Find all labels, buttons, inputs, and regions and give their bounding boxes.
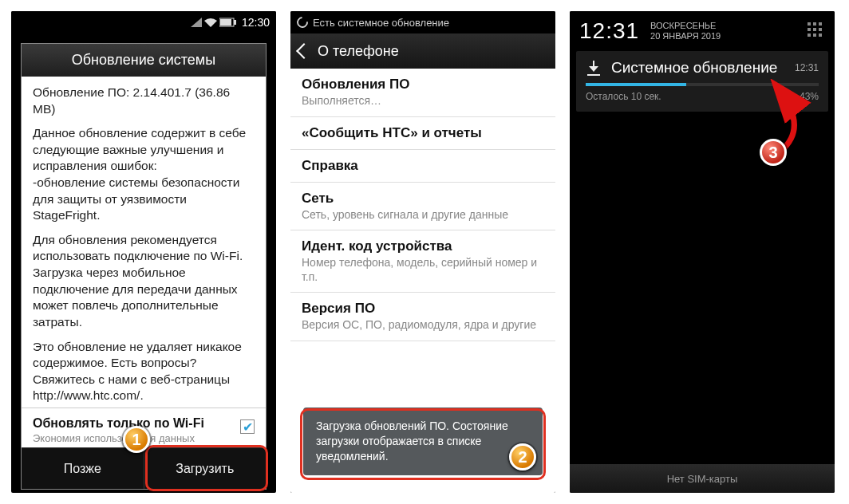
annotation-badge-2: 2 xyxy=(509,443,536,471)
later-button[interactable]: Позже xyxy=(22,447,144,489)
sync-icon xyxy=(294,14,310,30)
time-remaining: Осталось 10 сек. xyxy=(586,91,661,102)
dialog-body: Обновление ПО: 2.14.401.7 (36.86 MB) Дан… xyxy=(22,77,266,408)
shade-header: 12:31 ВОСКРЕСЕНЬЕ 20 ЯНВАРЯ 2019 xyxy=(570,11,835,51)
annotation-badge-3: 3 xyxy=(760,139,787,166)
svg-rect-1 xyxy=(234,20,236,25)
phone-about-settings: Есть системное обновление О телефоне Обн… xyxy=(290,11,555,493)
update-desc-1: Данное обновление содержит в себе следую… xyxy=(33,125,255,224)
settings-header[interactable]: О телефоне xyxy=(290,33,555,69)
notif-title: Системное обновление xyxy=(611,59,785,77)
item-software-updates[interactable]: Обновления ПО Выполняется… xyxy=(290,69,555,117)
quick-settings-icon[interactable] xyxy=(808,22,825,40)
battery-icon xyxy=(219,18,237,27)
wifi-only-checkbox[interactable]: ✔ xyxy=(240,419,255,434)
download-icon xyxy=(586,60,602,76)
item-sw-version[interactable]: Версия ПО Версия ОС, ПО, радиомодуля, яд… xyxy=(290,293,555,341)
back-icon[interactable] xyxy=(296,43,312,59)
item-help[interactable]: Справка xyxy=(290,150,555,183)
progress-fill xyxy=(586,83,686,86)
shade-date: ВОСКРЕСЕНЬЕ 20 ЯНВАРЯ 2019 xyxy=(650,21,721,41)
header-title: О телефоне xyxy=(318,43,399,60)
download-toast: Загрузка обновлений ПО. Состояние загруз… xyxy=(303,408,543,475)
dialog-title: Обновление системы xyxy=(22,44,266,77)
update-desc-3: Это обновление не удаляет никакое содерж… xyxy=(33,339,255,404)
update-version: Обновление ПО: 2.14.401.7 (36.86 MB) xyxy=(33,85,255,117)
svg-rect-2 xyxy=(220,19,231,26)
status-bar: 12:30 xyxy=(11,11,276,33)
phone-update-dialog: 12:30 Обновление системы Обновление ПО: … xyxy=(11,11,276,493)
system-update-dialog: Обновление системы Обновление ПО: 2.14.4… xyxy=(21,43,267,490)
dialog-buttons: Позже Загрузить xyxy=(22,447,266,489)
signal-icon xyxy=(191,18,202,27)
progress-bar xyxy=(586,83,819,86)
update-desc-2: Для обновления рекомендуется использоват… xyxy=(33,232,255,331)
status-time: 12:30 xyxy=(242,16,270,29)
item-tell-htc[interactable]: «Сообщить HTC» и отчеты xyxy=(290,117,555,150)
notification-area: Системное обновление 12:31 Осталось 10 с… xyxy=(570,51,835,112)
status-icons xyxy=(191,18,237,27)
item-device-id[interactable]: Идент. код устройства Номер телефона, мо… xyxy=(290,230,555,293)
phone-notification-shade: 12:31 ВОСКРЕСЕНЬЕ 20 ЯНВАРЯ 2019 Системн… xyxy=(570,11,835,493)
system-update-notification[interactable]: Системное обновление 12:31 Осталось 10 с… xyxy=(576,51,828,112)
shade-clock: 12:31 xyxy=(579,18,639,44)
settings-list: Обновления ПО Выполняется… «Сообщить HTC… xyxy=(290,69,555,493)
annotation-badge-1: 1 xyxy=(123,426,150,453)
download-button[interactable]: Загрузить xyxy=(144,447,267,489)
download-percent: 43% xyxy=(800,91,819,102)
status-bar: Есть системное обновление xyxy=(290,11,555,33)
item-network[interactable]: Сеть Сеть, уровень сигнала и другие данн… xyxy=(290,183,555,231)
no-sim-bar: Нет SIM-карты xyxy=(570,464,835,493)
notif-time: 12:31 xyxy=(795,62,819,73)
status-text: Есть системное обновление xyxy=(313,17,449,29)
wifi-icon xyxy=(204,18,217,27)
